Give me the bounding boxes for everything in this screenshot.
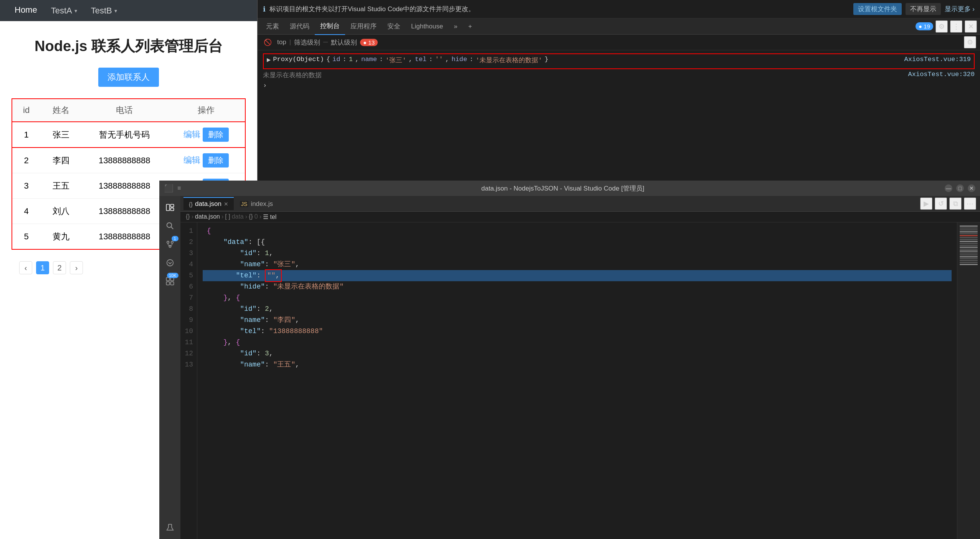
proxy-id-val: 1 <box>349 56 353 63</box>
minimize-button[interactable]: — <box>945 184 952 192</box>
col-id: id <box>12 99 40 122</box>
activity-search-icon[interactable] <box>162 218 178 234</box>
prev-page-button[interactable]: ‹ <box>19 261 32 274</box>
code-line: "name": "王五", <box>203 359 952 370</box>
cell-name: 王五 <box>40 173 81 199</box>
filter-separator: | <box>289 38 291 46</box>
close-devtools-button[interactable]: ✕ <box>965 20 977 33</box>
nav-home-label: Home <box>15 5 37 15</box>
tab-index-js[interactable]: JS index.js <box>235 197 278 210</box>
activity-flask-icon[interactable] <box>162 520 178 535</box>
dismiss-banner-button[interactable]: 不再显示 <box>906 3 941 15</box>
proxy-colon1: : <box>342 56 346 63</box>
proxy-comma3: , <box>445 56 449 63</box>
proxy-hide-key: hide <box>451 56 467 63</box>
clear-console-button[interactable]: 🚫 <box>261 38 274 47</box>
code-line: "hide": "未显示在表格的数据" <box>203 281 952 292</box>
console-expand-line: › <box>263 82 975 89</box>
expand-arrow[interactable]: ▶ <box>267 56 271 64</box>
tab-data-json[interactable]: {} data.json ✕ <box>183 197 234 210</box>
error-count-badge: ● 13 <box>360 39 378 46</box>
cell-name: 张三 <box>40 122 81 148</box>
col-action: 操作 <box>167 99 245 122</box>
restore-button[interactable]: □ <box>956 184 964 192</box>
breadcrumb-sep3: data <box>232 213 244 221</box>
edit-button[interactable]: 编辑 <box>183 129 200 140</box>
edit-button[interactable]: 编辑 <box>183 154 200 166</box>
page-1-button[interactable]: 1 <box>36 261 49 274</box>
cell-id: 5 <box>12 224 40 250</box>
nav-item-home[interactable]: Home <box>8 0 44 22</box>
line-number: 7 <box>180 292 197 303</box>
console-proxy-line: ▶ Proxy(Object) { id : 1 , name : '张三' ,… <box>267 56 971 65</box>
devtools-tab-application[interactable]: 应用程序 <box>345 18 382 35</box>
vscode-editor: ⬛ ≡ data.json - NodejsToJSON - Visual St… <box>159 181 980 539</box>
split-editor-icon[interactable]: ⧉ <box>949 197 962 210</box>
close-window-button[interactable]: ✕ <box>968 184 975 192</box>
devtools-tabs: 元素 源代码 控制台 应用程序 安全 Lighthouse » + ● 19 ⚙… <box>258 18 980 35</box>
more-actions-icon[interactable]: ⋯ <box>964 197 976 210</box>
console-count-badge: ● 19 <box>916 22 933 30</box>
devtools-tab-more[interactable]: » <box>448 19 463 34</box>
svg-line-4 <box>171 227 173 229</box>
customize-devtools-button[interactable]: ⚙ <box>935 20 948 33</box>
setup-root-button[interactable]: 设置根文件夹 <box>853 3 902 15</box>
proxy-brace-close: } <box>545 56 549 63</box>
banner-text: 标识项目的根文件夹以打开Visual Studio Code中的源文件并同步更改… <box>269 5 849 13</box>
cell-tel: 13888888888 <box>82 173 167 199</box>
cell-name: 李四 <box>40 148 81 173</box>
code-content[interactable]: { "data": [{ "id": 1, "name": "张三", "tel… <box>197 222 957 539</box>
proxy-colon4: : <box>469 56 473 63</box>
devtools-gear-icon[interactable]: ⚙ <box>964 36 976 48</box>
svg-rect-1 <box>170 204 174 207</box>
activity-explorer-icon[interactable] <box>162 200 178 215</box>
svg-rect-12 <box>170 282 174 285</box>
devtools-top-icons: ● 19 ⚙ ⋮ ✕ <box>916 20 977 33</box>
activity-git-icon[interactable]: 1 <box>162 237 178 252</box>
breadcrumb-filename: data.json <box>195 213 220 221</box>
proxy-id-key: id <box>332 56 340 63</box>
cell-id: 4 <box>12 199 40 224</box>
cell-tel: 13888888888 <box>82 148 167 173</box>
console-expand-arrow[interactable]: › <box>263 82 267 89</box>
axios-link-2[interactable]: AxiosTest.vue:320 <box>908 71 975 78</box>
devtools-tab-console[interactable]: 控制台 <box>315 18 345 35</box>
nav-item-testB[interactable]: TestB ▾ <box>84 0 124 22</box>
code-line: "id": 3, <box>203 348 952 359</box>
devtools-tab-sources[interactable]: 源代码 <box>284 18 315 35</box>
close-tab-icon[interactable]: ✕ <box>224 201 228 207</box>
vscode-activity-bar: 1 10K <box>159 196 180 539</box>
next-page-button[interactable]: › <box>70 261 83 274</box>
vscode-window-buttons: — □ ✕ <box>945 184 975 192</box>
col-tel: 电话 <box>82 99 167 122</box>
run-icon[interactable]: ▶ <box>920 197 932 210</box>
add-contact-button[interactable]: 添加联系人 <box>98 68 159 87</box>
activity-debug-icon[interactable] <box>162 255 178 270</box>
history-icon[interactable]: ↺ <box>935 197 947 210</box>
nav-bar: Home TestA ▾ TestB ▾ <box>0 0 257 21</box>
settings-devtools-button[interactable]: ⋮ <box>950 20 962 33</box>
devtools-tab-elements[interactable]: 元素 <box>261 18 284 35</box>
page-2-button[interactable]: 2 <box>53 261 66 274</box>
line-number: 4 <box>180 259 197 270</box>
vscode-editor-main: {} data.json ✕ JS index.js ▶ ↺ ⧉ ⋯ {} › … <box>180 196 980 539</box>
cell-id: 3 <box>12 173 40 199</box>
tab-js-icon: JS <box>240 201 248 207</box>
editor-action-icons: ▶ ↺ ⧉ ⋯ <box>916 197 980 210</box>
code-line: "tel": "", <box>203 270 952 281</box>
vscode-tab-bar: {} data.json ✕ JS index.js ▶ ↺ ⧉ ⋯ <box>180 196 980 212</box>
devtools-tab-security[interactable]: 安全 <box>382 18 406 35</box>
devtools-tab-lighthouse[interactable]: Lighthouse <box>406 19 448 34</box>
nav-item-testA[interactable]: TestA ▾ <box>44 0 84 22</box>
activity-extensions-icon[interactable]: 10K <box>162 274 178 289</box>
delete-button[interactable]: 删除 <box>203 153 229 168</box>
tab-data-label: data.json <box>195 200 221 208</box>
cell-name: 刘八 <box>40 199 81 224</box>
show-more-link[interactable]: 显示更多 › <box>945 5 975 13</box>
vscode-menu-icon[interactable]: ≡ <box>177 185 181 192</box>
delete-button[interactable]: 删除 <box>203 128 229 142</box>
devtools-tab-add[interactable]: + <box>463 19 478 34</box>
cell-name: 黄九 <box>40 224 81 250</box>
axios-link-1[interactable]: AxiosTest.vue:319 <box>904 56 971 63</box>
vscode-titlebar: ⬛ ≡ data.json - NodejsToJSON - Visual St… <box>159 181 980 196</box>
